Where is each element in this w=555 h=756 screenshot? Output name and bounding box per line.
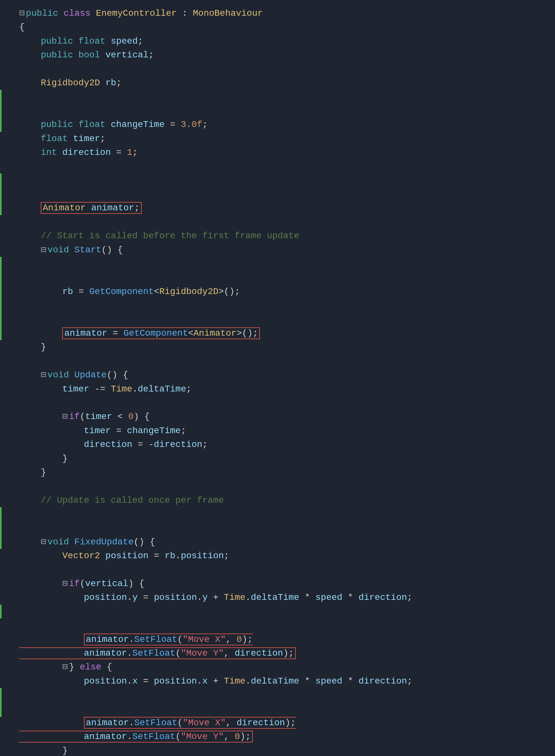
fold-icon-class[interactable]: ⊟ [19, 8, 25, 18]
code-block: ⊟public class EnemyController : MonoBeha… [19, 6, 555, 756]
fold-icon-if[interactable]: ⊟ [62, 412, 68, 422]
code-editor: ⊟public class EnemyController : MonoBeha… [0, 6, 555, 756]
fold-icon-if2[interactable]: ⊟ [62, 579, 68, 589]
fold-icon-fixed[interactable]: ⊟ [41, 537, 46, 547]
fold-icon-update[interactable]: ⊟ [41, 370, 46, 380]
fold-icon-else[interactable]: ⊟ [62, 662, 68, 672]
fold-icon-start[interactable]: ⊟ [41, 245, 46, 255]
